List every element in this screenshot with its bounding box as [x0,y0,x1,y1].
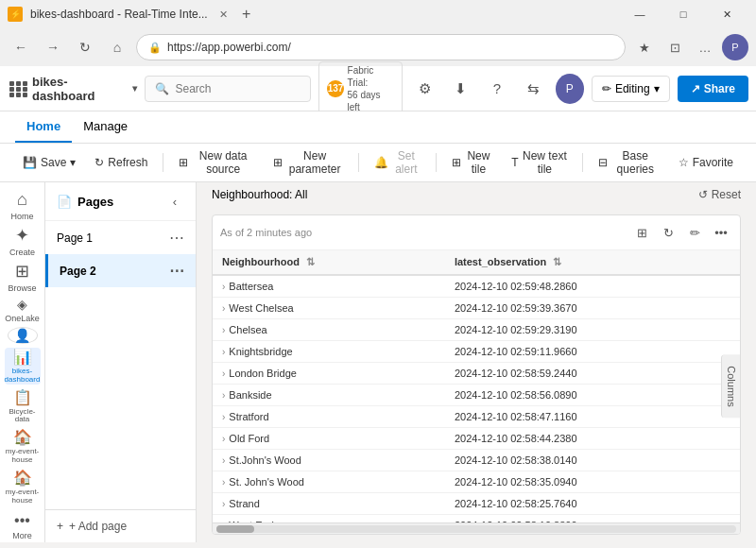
neighbourhood-sort-icon[interactable]: ⇅ [306,256,315,267]
editing-button[interactable]: ✏ Editing ▾ [592,76,670,102]
tab-close-btn[interactable]: ✕ [219,9,228,21]
save-button[interactable]: 💾 Save ▾ [15,149,83,176]
table-row: ›London Bridge 2024-12-10 02:58:59.2440 [213,363,740,385]
collapse-panel-button[interactable]: ‹ [165,192,184,211]
latest-observation-cell: 2024-12-10 02:58:47.1160 [445,406,740,428]
refresh-button[interactable]: ↻ [72,34,98,60]
reset-button[interactable]: ↺ Reset [698,188,741,201]
expand-arrow-icon[interactable]: › [222,521,225,522]
visual-toolbar: As of 2 minutes ago ⊞ ↻ ✏ ••• [213,215,740,250]
data-table-wrapper: Columns Neighbourhood ⇅ latest_observati… [213,250,740,522]
expand-arrow-icon[interactable]: › [222,455,225,466]
sidebar-item-browse[interactable]: ⊞ Browse [4,261,42,293]
page-2-item[interactable]: Page 2 ⋯ [45,254,196,287]
share-icon: ↗ [691,82,700,95]
share-network-icon[interactable]: ⇆ [519,74,547,104]
trial-count-badge: 137 [327,80,343,97]
tab-home[interactable]: Home [15,111,72,143]
scroll-thumb [216,525,254,533]
new-text-tile-button[interactable]: T New text tile [504,149,575,176]
expand-arrow-icon[interactable]: › [222,347,225,357]
expand-arrow-icon[interactable]: › [222,325,225,335]
expand-arrow-icon[interactable]: › [222,434,225,444]
expand-arrow-icon[interactable]: › [222,390,225,401]
table-row: ›Strand 2024-12-10 02:58:25.7640 [213,493,740,515]
observation-sort-icon[interactable]: ⇅ [553,256,561,267]
new-tab-button[interactable]: + [235,3,258,26]
browser-favicon: ⚡ [8,7,23,22]
home-button[interactable]: ⌂ [104,34,130,60]
edit-visual-button[interactable]: ✏ [683,221,706,244]
minimize-button[interactable]: — [618,0,662,28]
base-queries-label: Base queries [611,149,660,176]
sidebar-item-my-event-house-1[interactable]: 🏠 my-event-house [4,428,42,465]
page-1-item[interactable]: Page 1 ⋯ [45,221,196,254]
event-house-1-icon: 🏠 [13,428,32,446]
app-name-chevron[interactable]: ▾ [132,83,137,94]
new-tile-button[interactable]: ⊞ New tile [444,149,501,176]
search-box[interactable]: 🔍 [145,76,311,102]
table-row: ›Knightsbridge 2024-12-10 02:59:11.9660 [213,341,740,363]
sidebar-item-gmail[interactable]: 👤 [8,327,38,344]
latest-observation-cell: 2024-12-10 02:58:10.8800 [445,515,740,523]
columns-tab[interactable]: Columns [721,354,740,418]
maximize-button[interactable]: □ [662,0,705,28]
focus-mode-button[interactable]: ⊞ [630,221,653,244]
new-data-source-button[interactable]: ⊞ New data source [171,149,262,176]
sidebar-item-home[interactable]: ⌂ Home [4,190,42,221]
add-page-icon: + [57,520,63,533]
account-icon[interactable]: P [556,74,584,104]
back-button[interactable]: ← [8,34,34,60]
new-datasource-label: New data source [192,149,254,176]
page-2-more-button[interactable]: ⋯ [169,262,184,280]
lock-icon: 🔒 [148,42,162,54]
expand-arrow-icon[interactable]: › [222,499,225,509]
new-parameter-button[interactable]: ⊞ New parameter [266,149,351,176]
neighbourhood-cell: ›St. John's Wood [213,471,445,493]
latest-observation-cell: 2024-12-10 02:58:25.7640 [445,493,740,515]
nav-icons: ★ ⊡ … P [631,34,748,60]
set-alert-button[interactable]: 🔔 Set alert [367,149,428,176]
profile-button[interactable]: P [722,34,748,60]
more-options-button[interactable]: ••• [710,221,732,244]
ribbon-separator-4 [582,153,583,172]
table-row: ›Stratford 2024-12-10 02:58:47.1160 [213,406,740,428]
expand-arrow-icon[interactable]: › [222,477,225,488]
forward-button[interactable]: → [40,34,66,60]
sidebar-item-onelake[interactable]: ◈ OneLake [4,297,42,323]
waffle-icon[interactable] [8,79,26,98]
sidebar-item-my-event-house-2[interactable]: 🏠 my-event-house [4,469,42,505]
horizontal-scrollbar[interactable] [213,522,740,534]
tab-manage[interactable]: Manage [72,111,139,143]
sidebar-item-more[interactable]: ••• More [4,512,42,540]
sidebar-item-bicycle-data[interactable]: 📋 Bicycle-data [4,388,42,425]
share-button[interactable]: ↗ Share [678,76,748,102]
expand-arrow-icon[interactable]: › [222,282,225,292]
expand-arrow-icon[interactable]: › [222,303,225,314]
fabric-trial-badge: 137 Fabric Trial: 56 days left [318,61,403,116]
alert-icon: 🔔 [374,156,388,169]
profile-favorites-icon[interactable]: ★ [631,34,658,60]
close-button[interactable]: ✕ [705,0,748,28]
search-input[interactable] [175,82,288,95]
star-icon: ☆ [679,156,689,169]
sidebar-bicycle-label: Bicycle-data [4,408,42,425]
sidebar-item-bikes-dashboard[interactable]: 📊 bikes-dashboard [5,348,41,385]
download-icon[interactable]: ⬇ [446,74,474,104]
add-page-button[interactable]: + + Add page [45,509,196,542]
expand-arrow-icon[interactable]: › [222,412,225,422]
help-icon[interactable]: ? [483,74,511,104]
sidebar-item-create[interactable]: ✦ Create [4,225,42,257]
auto-refresh-button[interactable]: ↻ [657,221,679,244]
address-bar[interactable]: 🔒 https://app.powerbi.com/ [136,34,626,60]
collections-icon[interactable]: ⊡ [662,34,688,60]
app-name[interactable]: bikes-dashboard [32,75,127,103]
favorite-button[interactable]: ☆ Favorite [671,149,741,176]
expand-arrow-icon[interactable]: › [222,368,225,379]
latest-observation-column-header: latest_observation ⇅ [445,250,740,275]
browser-settings-icon[interactable]: … [692,34,718,60]
refresh-ribbon-button[interactable]: ↻ Refresh [87,149,155,176]
page-1-more-button[interactable]: ⋯ [169,229,184,247]
base-queries-button[interactable]: ⊟ Base queries [591,149,667,176]
settings-icon[interactable]: ⚙ [410,74,438,104]
